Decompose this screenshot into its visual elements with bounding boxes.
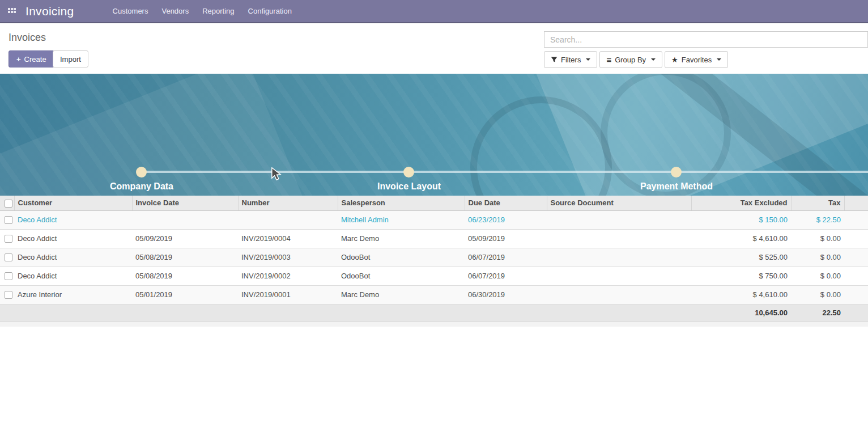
nav-item-customers[interactable]: Customers — [106, 3, 155, 19]
cell-invoice-date[interactable]: 05/09/2019 — [132, 229, 238, 248]
column-header-trailing — [844, 196, 868, 210]
column-header-invoice-date[interactable]: Invoice Date — [132, 196, 238, 210]
star-icon: ★ — [671, 56, 678, 64]
filters-button-label: Filters — [561, 56, 581, 64]
cell-source-document[interactable] — [547, 267, 691, 285]
cell-tax[interactable]: $ 0.00 — [791, 248, 844, 267]
column-header-tax-excluded[interactable]: Tax Excluded — [691, 196, 791, 210]
column-header-source-document[interactable]: Source Document — [547, 196, 691, 210]
table-footer-strip — [0, 322, 868, 327]
plus-icon: + — [16, 55, 21, 64]
cell-due-date[interactable]: 06/07/2019 — [465, 248, 547, 267]
cell-invoice-date[interactable]: 05/01/2019 — [132, 285, 238, 304]
cell-customer[interactable]: Deco Addict — [14, 248, 132, 267]
row-checkbox[interactable] — [5, 291, 12, 299]
cell-customer[interactable]: Deco Addict — [14, 210, 132, 229]
control-panel: Invoices + Create Import Filters ≡ Group… — [0, 24, 868, 74]
select-all-cell — [0, 196, 14, 210]
column-header-tax[interactable]: Tax — [791, 196, 844, 210]
cell-tax-excluded[interactable]: $ 150.00 — [691, 210, 791, 229]
onboarding-step-payment-method: Payment Method Configure your payment me… — [592, 181, 761, 196]
total-tax-excluded: 10,645.00 — [691, 304, 791, 321]
chevron-down-icon — [717, 58, 721, 61]
table-totals-row: 10,645.00 22.50 — [0, 304, 868, 321]
step-title: Company Data — [57, 181, 227, 192]
table-row[interactable]: Deco Addict 05/08/2019 INV/2019/0003 Odo… — [0, 248, 868, 267]
cell-due-date[interactable]: 05/09/2019 — [465, 229, 547, 248]
nav-item-configuration[interactable]: Configuration — [241, 3, 299, 19]
table-row[interactable]: Deco Addict 05/09/2019 INV/2019/0004 Mar… — [0, 229, 868, 248]
table-header-row: Customer Invoice Date Number Salesperson… — [0, 196, 868, 210]
column-header-salesperson[interactable]: Salesperson — [338, 196, 465, 210]
onboarding-step-invoice-layout: Invoice Layout Customize the look of you… — [324, 181, 494, 196]
onboarding-banner: Company Data Set your company's data for… — [0, 74, 868, 196]
cell-source-document[interactable] — [547, 210, 691, 229]
apps-menu-icon[interactable] — [8, 8, 16, 14]
cell-customer[interactable]: Deco Addict — [14, 229, 132, 248]
cell-salesperson[interactable]: Marc Demo — [338, 285, 465, 304]
cell-number[interactable]: INV/2019/0004 — [238, 229, 338, 248]
cell-tax-excluded[interactable]: $ 4,610.00 — [691, 229, 791, 248]
app-title: Invoicing — [25, 5, 74, 18]
cell-invoice-date[interactable]: 05/08/2019 — [132, 267, 238, 285]
row-checkbox[interactable] — [5, 216, 12, 224]
filter-funnel-icon — [551, 56, 558, 63]
step-title: Payment Method — [592, 181, 761, 192]
step-title: Invoice Layout — [324, 181, 494, 192]
cell-number[interactable] — [238, 210, 338, 229]
row-checkbox[interactable] — [5, 272, 12, 280]
cell-invoice-date[interactable] — [132, 210, 238, 229]
progress-dot-invoice-layout — [403, 167, 414, 177]
import-button[interactable]: Import — [53, 50, 88, 67]
group-by-button[interactable]: ≡ Group By — [599, 51, 662, 68]
nav-menu: Customers Vendors Reporting Configuratio… — [106, 3, 299, 19]
cell-number[interactable]: INV/2019/0001 — [238, 285, 338, 304]
cell-due-date[interactable]: 06/30/2019 — [465, 285, 547, 304]
favorites-button-label: Favorites — [682, 56, 712, 64]
table-row[interactable]: Azure Interior 05/01/2019 INV/2019/0001 … — [0, 285, 868, 304]
column-header-number[interactable]: Number — [238, 196, 338, 210]
create-button[interactable]: + Create — [8, 50, 54, 67]
cell-customer[interactable]: Azure Interior — [14, 285, 132, 304]
cell-salesperson[interactable]: OdooBot — [338, 248, 465, 267]
cell-due-date[interactable]: 06/07/2019 — [465, 267, 547, 285]
row-checkbox[interactable] — [5, 253, 12, 261]
row-checkbox[interactable] — [5, 235, 12, 243]
cell-tax-excluded[interactable]: $ 525.00 — [691, 248, 791, 267]
cell-source-document[interactable] — [547, 285, 691, 304]
progress-dot-company-data — [136, 167, 147, 177]
cell-tax[interactable]: $ 0.00 — [791, 285, 844, 304]
total-tax: 22.50 — [791, 304, 844, 321]
cell-salesperson[interactable]: Mitchell Admin — [338, 210, 465, 229]
cell-source-document[interactable] — [547, 248, 691, 267]
cell-salesperson[interactable]: OdooBot — [338, 267, 465, 285]
cell-customer[interactable]: Deco Addict — [14, 267, 132, 285]
cell-tax[interactable]: $ 0.00 — [791, 229, 844, 248]
cell-tax-excluded[interactable]: $ 750.00 — [691, 267, 791, 285]
page-title: Invoices — [8, 32, 46, 44]
cell-invoice-date[interactable]: 05/08/2019 — [132, 248, 238, 267]
select-all-checkbox[interactable] — [5, 200, 12, 208]
table-row[interactable]: Deco Addict Mitchell Admin 06/23/2019 $ … — [0, 210, 868, 229]
cell-tax[interactable]: $ 22.50 — [791, 210, 844, 229]
cell-source-document[interactable] — [547, 229, 691, 248]
cell-tax-excluded[interactable]: $ 4,610.00 — [691, 285, 791, 304]
nav-item-reporting[interactable]: Reporting — [195, 3, 241, 19]
filters-button[interactable]: Filters — [544, 51, 597, 68]
cell-number[interactable]: INV/2019/0002 — [238, 267, 338, 285]
invoices-list: Customer Invoice Date Number Salesperson… — [0, 196, 868, 327]
cell-tax[interactable]: $ 0.00 — [791, 267, 844, 285]
cell-due-date[interactable]: 06/23/2019 — [465, 210, 547, 229]
cell-number[interactable]: INV/2019/0003 — [238, 248, 338, 267]
column-header-due-date[interactable]: Due Date — [465, 196, 547, 210]
chevron-down-icon — [651, 58, 656, 61]
table-row[interactable]: Deco Addict 05/08/2019 INV/2019/0002 Odo… — [0, 267, 868, 285]
filter-bar: Filters ≡ Group By ★ Favorites — [544, 51, 728, 68]
onboarding-step-company-data: Company Data Set your company's data for… — [57, 181, 227, 196]
nav-item-vendors[interactable]: Vendors — [155, 3, 195, 19]
column-header-customer[interactable]: Customer — [14, 196, 132, 210]
search-input[interactable] — [544, 31, 868, 48]
group-by-button-label: Group By — [615, 56, 646, 64]
cell-salesperson[interactable]: Marc Demo — [338, 229, 465, 248]
favorites-button[interactable]: ★ Favorites — [665, 51, 728, 68]
